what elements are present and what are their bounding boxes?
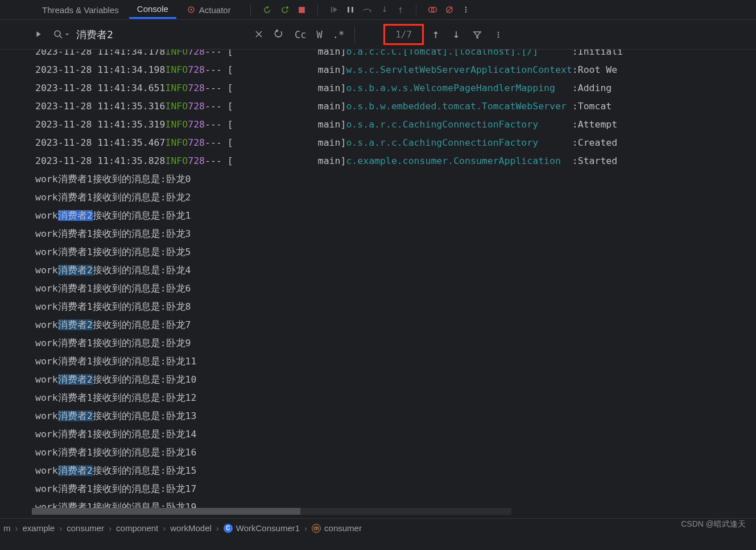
svg-rect-6 xyxy=(352,7,353,13)
tab-actuator[interactable]: Actuator xyxy=(179,2,239,18)
horizontal-scrollbar[interactable] xyxy=(32,508,511,515)
step-over-icon xyxy=(362,5,373,14)
bc-component[interactable]: component xyxy=(116,523,158,533)
debug-toolbar: Threads & Variables Console Actuator xyxy=(0,0,756,20)
bc-m[interactable]: m xyxy=(3,523,11,533)
log-line: 2023-11-28 11:41:35.316 INFO 728 --- [ m… xyxy=(35,97,756,116)
search-count: 1/7 xyxy=(383,24,424,45)
svg-point-13 xyxy=(465,11,466,13)
breadcrumb: m› example› consumer› component› workMod… xyxy=(0,518,756,537)
rerun-icon[interactable] xyxy=(262,5,272,15)
log-line: 2023-11-28 11:41:35.828 INFO 728 --- [ m… xyxy=(35,152,756,170)
match-case-toggle[interactable]: Cc xyxy=(295,29,306,40)
bc-example[interactable]: example xyxy=(23,523,55,533)
bc-consumer[interactable]: consumer xyxy=(67,523,104,533)
whole-word-toggle[interactable]: W xyxy=(316,29,322,40)
log-line: 2023-11-28 11:41:34.178 INFO 728 --- [ m… xyxy=(35,50,756,61)
work-line: work消费者2接收到的消息是:卧龙10 xyxy=(35,371,756,389)
search-input[interactable] xyxy=(76,28,253,40)
tab-console[interactable]: Console xyxy=(129,1,176,19)
svg-rect-5 xyxy=(348,7,349,13)
class-icon: C xyxy=(224,524,233,533)
work-line: work消费者1接收到的消息是:卧龙16 xyxy=(35,444,756,462)
search-icon[interactable] xyxy=(53,30,69,40)
console-search-bar: Cc W .* 1/7 xyxy=(0,20,756,50)
bc-workmodel[interactable]: workModel xyxy=(170,523,212,533)
work-line: work消费者1接收到的消息是:卧龙2 xyxy=(35,188,756,207)
log-line: 2023-11-28 11:41:34.198 INFO 728 --- [ m… xyxy=(35,61,756,79)
work-line: work消费者1接收到的消息是:卧龙14 xyxy=(35,425,756,444)
work-line: work消费者2接收到的消息是:卧龙13 xyxy=(35,407,756,425)
search-history-icon[interactable] xyxy=(273,29,284,40)
svg-point-1 xyxy=(190,9,192,10)
work-line: work消费者1接收到的消息是:卧龙8 xyxy=(35,298,756,316)
svg-line-15 xyxy=(60,36,62,38)
more-icon[interactable] xyxy=(462,6,470,14)
work-line: work消费者1接收到的消息是:卧龙9 xyxy=(35,334,756,352)
svg-point-20 xyxy=(498,36,499,38)
work-line: work消费者1接收到的消息是:卧龙6 xyxy=(35,280,756,298)
work-line: work消费者1接收到的消息是:卧龙12 xyxy=(35,389,756,407)
console-output[interactable]: 2023-11-28 11:41:34.178 INFO 728 --- [ m… xyxy=(0,50,756,516)
prev-occurrence-icon[interactable] xyxy=(432,30,440,39)
next-occurrence-icon[interactable] xyxy=(452,30,460,39)
log-line: 2023-11-28 11:41:34.651 INFO 728 --- [ m… xyxy=(35,79,756,97)
filter-icon[interactable] xyxy=(473,30,482,39)
rerun-debug-icon[interactable] xyxy=(280,5,290,15)
work-line: work消费者1接收到的消息是:卧龙3 xyxy=(35,225,756,243)
bc-workconsumer1[interactable]: WorkConsumer1 xyxy=(236,523,300,533)
work-line: work消费者2接收到的消息是:卧龙1 xyxy=(35,207,756,225)
search-more-icon[interactable] xyxy=(494,31,502,39)
scrollbar-thumb[interactable] xyxy=(32,508,300,515)
resume-icon[interactable] xyxy=(329,5,338,14)
tab-threads-variables[interactable]: Threads & Variables xyxy=(34,2,127,18)
svg-point-11 xyxy=(465,7,466,9)
work-line: work消费者2接收到的消息是:卧龙15 xyxy=(35,462,756,480)
clear-search-icon[interactable] xyxy=(255,29,263,40)
pause-icon[interactable] xyxy=(346,6,354,14)
svg-point-12 xyxy=(465,9,466,11)
watermark: CSDN @暗武逢天 xyxy=(681,519,746,530)
svg-point-19 xyxy=(498,34,499,35)
work-line: work消费者1接收到的消息是:卧龙5 xyxy=(35,243,756,261)
work-line: work消费者2接收到的消息是:卧龙4 xyxy=(35,261,756,280)
method-icon: m xyxy=(312,524,321,533)
step-out-icon xyxy=(396,5,404,14)
svg-point-18 xyxy=(498,31,499,33)
regex-toggle[interactable]: .* xyxy=(333,29,344,40)
svg-point-14 xyxy=(55,31,60,36)
log-line: 2023-11-28 11:41:35.319 INFO 728 --- [ m… xyxy=(35,116,756,134)
bc-consumer-method[interactable]: consumer xyxy=(324,523,362,533)
view-breakpoints-icon[interactable] xyxy=(428,5,437,14)
work-line: work消费者2接收到的消息是:卧龙7 xyxy=(35,316,756,334)
svg-point-2 xyxy=(286,6,288,9)
actuator-label: Actuator xyxy=(199,5,231,15)
svg-rect-3 xyxy=(299,7,305,13)
log-line: 2023-11-28 11:41:35.467 INFO 728 --- [ m… xyxy=(35,134,756,152)
step-into-icon xyxy=(381,5,389,14)
work-line: work消费者1接收到的消息是:卧龙17 xyxy=(35,480,756,498)
work-line: work消费者1接收到的消息是:卧龙0 xyxy=(35,170,756,188)
work-line: work消费者1接收到的消息是:卧龙11 xyxy=(35,352,756,371)
stop-icon[interactable] xyxy=(298,6,306,14)
actuator-icon xyxy=(187,5,196,14)
svg-rect-4 xyxy=(331,7,332,13)
expand-icon[interactable] xyxy=(35,30,42,40)
mute-breakpoints-icon[interactable] xyxy=(445,5,454,14)
